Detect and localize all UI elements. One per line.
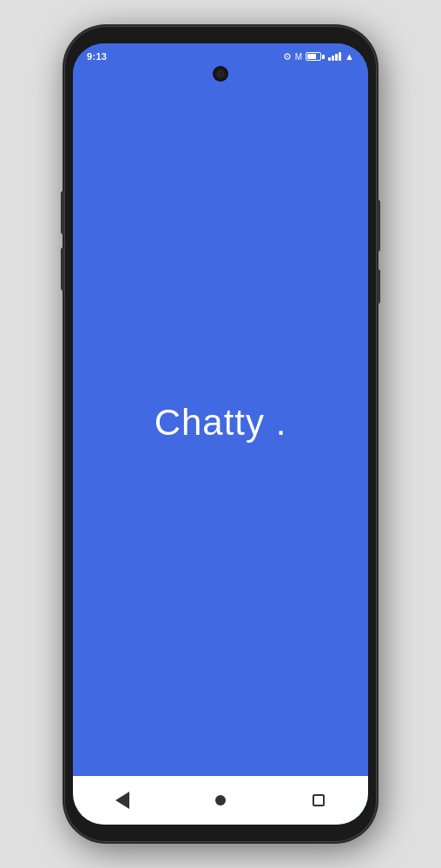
nav-back-button[interactable] [102,783,143,818]
camera-lens [217,70,224,77]
home-icon [215,795,226,806]
wifi-icon: ▲ [345,51,354,62]
volume-down-button[interactable] [61,247,64,291]
settings-icon: ⚙ [283,51,292,62]
status-time: 9:13 [87,51,107,62]
status-bar: 9:13 ⚙ M [73,43,368,69]
gmail-icon: M [295,52,302,62]
nav-recents-button[interactable] [298,783,339,818]
status-icons: ⚙ M ▲ [283,51,354,62]
app-splash-screen: Chatty . [73,69,368,776]
recents-icon [313,794,325,806]
signal-icon [328,52,341,61]
back-icon [115,792,129,809]
app-title: Chatty . [155,402,287,444]
phone-frame: 9:13 ⚙ M [64,26,377,842]
nav-home-button[interactable] [200,783,241,818]
volume-up-button[interactable] [61,191,64,234]
camera-notch [214,68,227,80]
navigation-bar [73,776,368,825]
phone-screen: 9:13 ⚙ M [73,43,368,825]
battery-icon [306,52,325,61]
